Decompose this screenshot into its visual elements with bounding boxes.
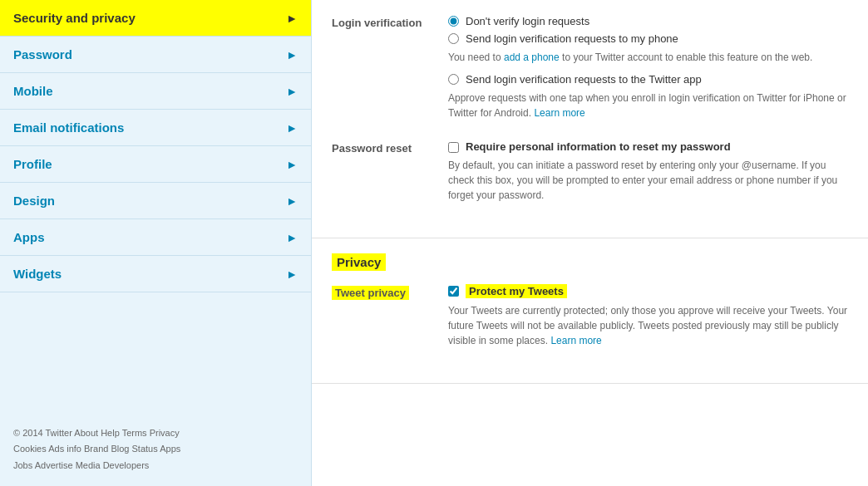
tweet-privacy-label: Tweet privacy [332,284,448,356]
nav-label-password: Password [13,47,72,61]
add-phone-link[interactable]: add a phone [504,52,560,63]
footer-help[interactable]: Help [101,428,120,438]
footer-developers[interactable]: Developers [103,460,150,470]
chevron-icon-apps: ► [286,231,298,244]
tweet-privacy-learn-more[interactable]: Learn more [550,335,601,346]
chevron-icon-widgets: ► [286,268,298,281]
nav-label-widgets: Widgets [13,267,62,281]
footer-jobs[interactable]: Jobs [13,460,32,470]
login-verification-content: Don't verify login requests Send login v… [448,15,848,129]
footer-cookies[interactable]: Cookies [13,444,47,454]
nav-item-mobile[interactable]: Mobile ► [0,73,311,110]
main-content: Login verification Don't verify login re… [312,0,868,486]
protect-tweets-label: Protect my Tweets [466,284,567,298]
password-reset-help: By default, you can initiate a password … [448,158,848,203]
password-reset-label: Password reset [332,140,448,211]
password-reset-row: Password reset Require personal informat… [332,140,848,211]
footer-privacy[interactable]: Privacy [150,428,180,438]
footer-advertise[interactable]: Advertise [35,460,73,470]
footer-brand[interactable]: Brand [84,444,108,454]
nav-label-design: Design [13,194,55,208]
privacy-section: Privacy Tweet privacy Protect my Tweets … [312,238,868,384]
app-learn-more-link[interactable]: Learn more [534,107,584,119]
login-verification-section: Login verification Don't verify login re… [312,0,868,238]
radio-noverify-input[interactable] [448,16,459,27]
footer-media[interactable]: Media [76,460,101,470]
chevron-icon-profile: ► [286,158,298,171]
radio-phone[interactable]: Send login verification requests to my p… [448,32,848,45]
nav-item-password[interactable]: Password ► [0,37,311,73]
footer-apps[interactable]: Apps [160,444,180,454]
tweet-privacy-label-text: Tweet privacy [332,286,409,300]
protect-tweets-help: Your Tweets are currently protected; onl… [448,303,848,348]
nav-label-security: Security and privacy [13,11,136,25]
chevron-icon-mobile: ► [286,85,298,98]
footer-adsinfo[interactable]: Ads info [48,444,81,454]
phone-help-text: You need to add a phone to your Twitter … [448,50,848,65]
chevron-icon-security: ► [286,12,298,25]
sidebar: Security and privacy ► Password ► Mobile… [0,0,312,486]
footer-status[interactable]: Status [132,444,158,454]
nav-label-apps: Apps [13,230,45,244]
sidebar-footer: © 2014 Twitter About Help Terms Privacy … [0,414,311,486]
protect-tweets-option[interactable]: Protect my Tweets [448,284,848,298]
protect-tweets-checkbox[interactable] [448,286,459,297]
checkbox-require-info-label: Require personal information to reset my… [466,140,731,153]
app-help-text: Approve requests with one tap when you e… [448,91,848,120]
nav-item-profile[interactable]: Profile ► [0,146,311,183]
footer-blog[interactable]: Blog [111,444,129,454]
login-verification-row: Login verification Don't verify login re… [332,15,848,129]
radio-app-label: Send login verification requests to the … [466,73,702,86]
nav-label-profile: Profile [13,157,52,171]
nav-item-email[interactable]: Email notifications ► [0,110,311,146]
copyright: © 2014 Twitter [13,428,72,438]
tweet-privacy-row: Tweet privacy Protect my Tweets Your Twe… [332,284,848,356]
footer-terms[interactable]: Terms [122,428,147,438]
radio-app-input[interactable] [448,74,459,85]
checkbox-require-info-input[interactable] [448,142,459,153]
radio-noverify[interactable]: Don't verify login requests [448,15,848,27]
radio-app[interactable]: Send login verification requests to the … [448,73,848,86]
privacy-section-title: Privacy [332,253,386,271]
password-reset-content: Require personal information to reset my… [448,140,848,211]
nav-item-apps[interactable]: Apps ► [0,219,311,256]
radio-phone-label: Send login verification requests to my p… [466,32,678,45]
checkbox-require-info[interactable]: Require personal information to reset my… [448,140,848,153]
footer-about[interactable]: About [74,428,98,438]
login-verification-label: Login verification [332,15,448,129]
nav-item-widgets[interactable]: Widgets ► [0,256,311,292]
chevron-icon-design: ► [286,194,298,208]
chevron-icon-email: ► [286,121,298,135]
chevron-icon-password: ► [286,48,298,61]
radio-phone-input[interactable] [448,33,459,44]
tweet-privacy-content: Protect my Tweets Your Tweets are curren… [448,284,848,356]
nav-item-design[interactable]: Design ► [0,183,311,219]
nav-item-security[interactable]: Security and privacy ► [0,0,311,37]
nav-label-mobile: Mobile [13,84,53,98]
radio-noverify-label: Don't verify login requests [466,15,589,27]
nav-label-email: Email notifications [13,120,124,135]
